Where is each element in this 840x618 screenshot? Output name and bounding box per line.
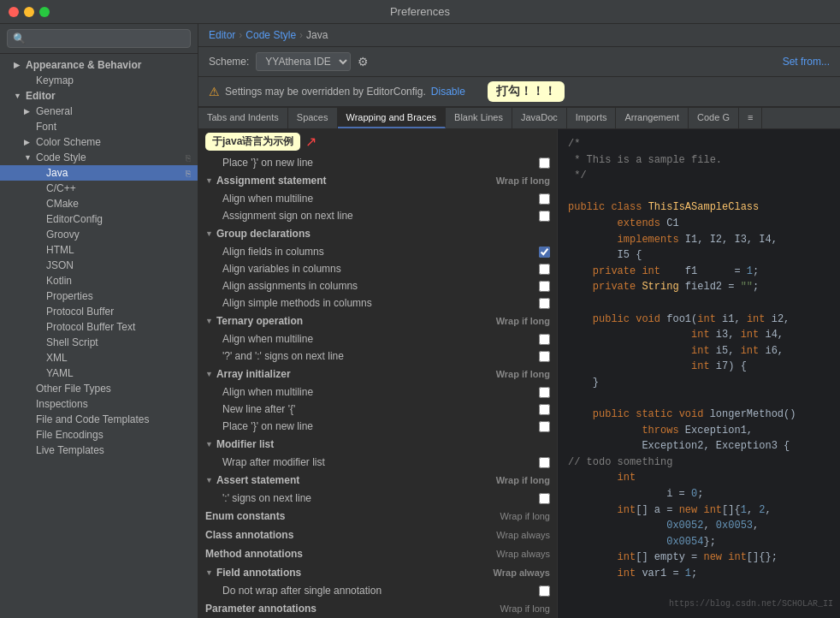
tab-code-gen[interactable]: Code G bbox=[689, 108, 739, 128]
sidebar-item-label: Keymap bbox=[36, 74, 74, 86]
setting-label: Do not wrap after single annotation bbox=[222, 585, 532, 597]
maximize-button[interactable] bbox=[39, 7, 50, 17]
breadcrumb-code-style[interactable]: Code Style bbox=[245, 29, 296, 41]
group-label: Parameter annotations bbox=[205, 603, 316, 615]
arrow-icon: ▼ bbox=[14, 92, 22, 100]
scheme-label: Scheme: bbox=[209, 56, 249, 68]
setting-checkbox[interactable] bbox=[539, 193, 550, 205]
group-label: Enum constants bbox=[205, 510, 285, 522]
close-button[interactable] bbox=[9, 7, 19, 17]
sidebar-item-cmake[interactable]: CMake bbox=[0, 196, 198, 211]
tab-imports[interactable]: Imports bbox=[567, 108, 617, 128]
setting-checkbox[interactable] bbox=[539, 281, 550, 292]
arrow-icon: ▶ bbox=[24, 107, 33, 116]
sidebar-item-font[interactable]: Font bbox=[0, 119, 198, 134]
setting-checkbox[interactable] bbox=[539, 351, 550, 362]
setting-checkbox[interactable] bbox=[539, 404, 550, 415]
tab-blank-lines[interactable]: Blank Lines bbox=[446, 108, 512, 128]
disable-link[interactable]: Disable bbox=[431, 86, 465, 98]
sidebar-item-general[interactable]: ▶ General bbox=[0, 104, 198, 119]
setting-class-ann-row[interactable]: Class annotations Wrap always bbox=[198, 526, 557, 544]
sidebar-item-appearance[interactable]: ▶ Appearance & Behavior bbox=[0, 57, 198, 73]
setting-row-brace-new-line: Place '}' on new line bbox=[198, 154, 557, 171]
sidebar-item-protobuf[interactable]: Protocol Buffer bbox=[0, 304, 198, 319]
tab-javadoc[interactable]: JavaDoc bbox=[512, 108, 567, 128]
minimize-button[interactable] bbox=[24, 7, 34, 17]
sidebar-item-keymap[interactable]: Keymap bbox=[0, 73, 198, 88]
group-label: Method annotations bbox=[205, 548, 303, 560]
breadcrumb-editor[interactable]: Editor bbox=[209, 29, 235, 41]
setting-group-assignment[interactable]: ▼ Assignment statement Wrap if long bbox=[198, 171, 557, 190]
settings-panel: 于java语言为示例 ↗ Place '}' on new line ▼ Ass… bbox=[198, 129, 558, 618]
tab-wrapping[interactable]: Wrapping and Braces bbox=[338, 108, 447, 128]
sidebar-item-file-encodings[interactable]: File Encodings bbox=[0, 427, 198, 443]
setting-checkbox[interactable] bbox=[539, 457, 550, 468]
setting-checkbox[interactable] bbox=[539, 493, 550, 504]
setting-label: Align when multiline bbox=[222, 333, 532, 345]
search-input[interactable] bbox=[7, 29, 191, 48]
sidebar-item-label: File and Code Templates bbox=[36, 413, 150, 425]
sidebar-item-xml[interactable]: XML bbox=[0, 350, 198, 365]
breadcrumb: Editor › Code Style › Java bbox=[198, 24, 840, 47]
setting-checkbox[interactable] bbox=[539, 387, 550, 398]
wrap-label: Wrap always bbox=[494, 567, 550, 578]
setting-checkbox[interactable] bbox=[539, 247, 550, 258]
sidebar-item-editor[interactable]: ▼ Editor bbox=[0, 88, 198, 104]
setting-checkbox[interactable] bbox=[539, 585, 550, 597]
setting-group-declarations[interactable]: ▼ Group declarations bbox=[198, 224, 557, 243]
main-layout: ▶ Appearance & Behavior Keymap ▼ Editor … bbox=[0, 24, 840, 618]
sidebar-item-kotlin[interactable]: Kotlin bbox=[0, 273, 198, 288]
wrap-label: Wrap if long bbox=[496, 369, 550, 379]
sidebar-item-properties[interactable]: Properties bbox=[0, 288, 198, 304]
tab-spaces[interactable]: Spaces bbox=[288, 108, 338, 128]
setting-checkbox[interactable] bbox=[539, 264, 550, 275]
setting-group-ternary[interactable]: ▼ Ternary operation Wrap if long bbox=[198, 312, 557, 330]
wrap-label: Wrap always bbox=[496, 530, 550, 540]
sidebar-item-cpp[interactable]: C/C++ bbox=[0, 181, 198, 196]
group-label: Assert statement bbox=[216, 474, 299, 486]
sidebar-item-protobuf-text[interactable]: Protocol Buffer Text bbox=[0, 319, 198, 335]
setting-group-field-ann[interactable]: ▼ Field annotations Wrap always bbox=[198, 563, 557, 582]
tab-arrangement[interactable]: Arrangement bbox=[616, 108, 689, 128]
setting-group-assert[interactable]: ▼ Assert statement Wrap if long bbox=[198, 471, 557, 490]
sidebar-item-groovy[interactable]: Groovy bbox=[0, 227, 198, 242]
sidebar-item-html[interactable]: HTML bbox=[0, 242, 198, 258]
set-from-link[interactable]: Set from... bbox=[783, 56, 830, 68]
setting-checkbox[interactable] bbox=[539, 334, 550, 345]
sidebar-item-java[interactable]: Java ⎘ bbox=[0, 165, 198, 181]
setting-enum-row[interactable]: Enum constants Wrap if long bbox=[198, 507, 557, 526]
setting-group-modifier[interactable]: ▼ Modifier list bbox=[198, 435, 557, 454]
setting-row-align-simple-methods: Align simple methods in columns bbox=[198, 294, 557, 312]
sidebar-item-code-style[interactable]: ▼ Code Style ⎘ bbox=[0, 150, 198, 165]
setting-method-ann-row[interactable]: Method annotations Wrap always bbox=[198, 544, 557, 563]
arrow-icon: ▶ bbox=[14, 61, 22, 69]
sidebar-item-json[interactable]: JSON bbox=[0, 258, 198, 273]
sidebar-item-other-file[interactable]: Other File Types bbox=[0, 381, 198, 396]
sidebar-item-label: Protocol Buffer Text bbox=[46, 321, 135, 333]
sidebar-item-yaml[interactable]: YAML bbox=[0, 365, 198, 381]
split-area: 于java语言为示例 ↗ Place '}' on new line ▼ Ass… bbox=[198, 129, 840, 618]
setting-group-array[interactable]: ▼ Array initializer Wrap if long bbox=[198, 365, 557, 383]
setting-checkbox[interactable] bbox=[539, 298, 550, 309]
sidebar-item-color-scheme[interactable]: ▶ Color Scheme bbox=[0, 134, 198, 150]
setting-checkbox[interactable] bbox=[539, 421, 550, 432]
sidebar-item-label: Live Templates bbox=[36, 444, 104, 456]
group-label: Modifier list bbox=[216, 438, 274, 450]
setting-param-ann-row[interactable]: Parameter annotations Wrap if long bbox=[198, 599, 557, 618]
gear-button[interactable]: ⚙ bbox=[358, 55, 369, 68]
tab-tabs-indents[interactable]: Tabs and Indents bbox=[198, 108, 288, 128]
sidebar-item-editorconfig[interactable]: EditorConfig bbox=[0, 211, 198, 227]
sidebar-item-inspections[interactable]: Inspections bbox=[0, 396, 198, 412]
setting-row-array-newline: New line after '{' bbox=[198, 401, 557, 418]
setting-checkbox[interactable] bbox=[539, 157, 550, 169]
sidebar-item-shell[interactable]: Shell Script bbox=[0, 335, 198, 350]
sidebar-item-live-templates[interactable]: Live Templates bbox=[0, 443, 198, 458]
tab-more[interactable]: ≡ bbox=[739, 108, 762, 128]
setting-label: Wrap after modifier list bbox=[222, 456, 532, 468]
setting-checkbox[interactable] bbox=[539, 211, 550, 222]
group-arrow-icon: ▼ bbox=[205, 568, 213, 577]
window-title: Preferences bbox=[390, 5, 450, 18]
setting-row-align-assignments: Align assignments in columns bbox=[198, 277, 557, 294]
scheme-select[interactable]: YYAthena IDE bbox=[256, 52, 351, 71]
sidebar-item-file-templates[interactable]: File and Code Templates bbox=[0, 412, 198, 427]
